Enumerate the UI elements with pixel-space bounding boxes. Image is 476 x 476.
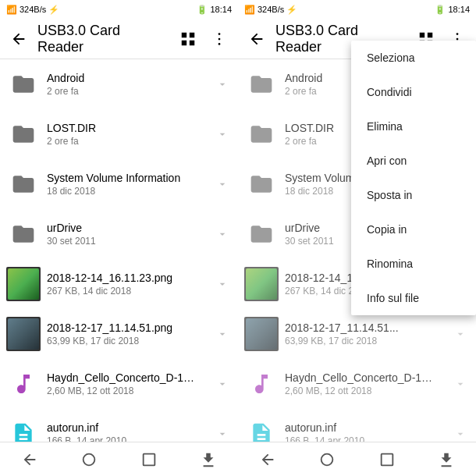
right-file-name-png2: 2018-12-17_11.14.51... bbox=[285, 321, 433, 334]
context-menu-apri-con[interactable]: Apri con bbox=[351, 144, 476, 178]
context-menu-elimina[interactable]: Elimina bbox=[351, 109, 476, 144]
right-file-info-png2: 2018-12-17_11.14.51... 63,99 KB, 17 dic … bbox=[279, 321, 451, 346]
left-file-name-sysvolinfo: System Volume Information bbox=[47, 172, 195, 184]
left-file-meta-sysvolinfo: 18 dic 2018 bbox=[47, 186, 207, 197]
left-home-nav[interactable] bbox=[73, 444, 105, 475]
left-file-meta-png2: 63,99 KB, 17 dic 2018 bbox=[47, 336, 207, 346]
right-file-autorun[interactable]: autorun.inf 166 B, 14 apr 2010 bbox=[238, 409, 476, 442]
context-menu-sposta-in[interactable]: Sposta in bbox=[351, 178, 476, 212]
left-battery-icon: 🔋 bbox=[197, 5, 208, 15]
left-file-android[interactable]: Android 2 ore fa bbox=[0, 59, 238, 109]
right-file-arrow-autorun bbox=[451, 424, 470, 442]
svg-rect-9 bbox=[381, 453, 393, 465]
left-file-name-mp3: Haydn_Cello_Concerto_D-1.mp3 bbox=[47, 371, 195, 384]
left-file-name-urdrive: urDrive bbox=[47, 222, 195, 234]
left-file-arrow-png1 bbox=[213, 275, 232, 293]
folder-icon-lostdir bbox=[6, 117, 41, 151]
right-thumb-icon-png1 bbox=[244, 267, 279, 301]
left-file-info-lostdir: LOST.DIR 2 ore fa bbox=[41, 122, 213, 147]
left-file-png2[interactable]: 2018-12-17_11.14.51.png 63,99 KB, 17 dic… bbox=[0, 309, 238, 359]
right-down-nav[interactable] bbox=[431, 444, 462, 475]
right-file-mp3[interactable]: Haydn_Cello_Concerto_D-1.mp3 2,60 MB, 12… bbox=[238, 359, 476, 409]
left-grid-button[interactable] bbox=[176, 27, 201, 52]
left-toolbar: USB3.0 Card Reader bbox=[0, 19, 238, 59]
right-file-arrow-mp3 bbox=[451, 375, 470, 393]
left-back-button[interactable] bbox=[6, 27, 31, 52]
left-file-arrow-autorun bbox=[213, 424, 232, 442]
left-file-arrow-png2 bbox=[213, 325, 232, 343]
right-back-button[interactable] bbox=[244, 27, 269, 52]
folder-icon-sysvolinfo bbox=[6, 167, 41, 201]
left-file-lostdir[interactable]: LOST.DIR 2 ore fa bbox=[0, 109, 238, 159]
right-folder-icon-sysvolinfo bbox=[244, 167, 279, 201]
left-file-meta-autorun: 166 B, 14 apr 2010 bbox=[47, 435, 207, 442]
left-panel: 📶 324B/s ⚡ 🔋 18:14 USB3.0 Card Reader bbox=[0, 0, 238, 476]
right-file-info-autorun: autorun.inf 166 B, 14 apr 2010 bbox=[279, 421, 451, 442]
inf-icon-autorun bbox=[6, 417, 41, 442]
left-speed: 324B/s bbox=[20, 5, 46, 14]
left-file-meta-lostdir: 2 ore fa bbox=[47, 136, 207, 147]
thumb-icon-png2 bbox=[6, 317, 41, 351]
right-folder-icon-lostdir bbox=[244, 117, 279, 151]
left-file-info-png2: 2018-12-17_11.14.51.png 63,99 KB, 17 dic… bbox=[41, 321, 213, 346]
right-inf-icon-autorun bbox=[244, 417, 279, 442]
context-menu-condividi[interactable]: Condividi bbox=[351, 75, 476, 109]
left-toolbar-title: USB3.0 Card Reader bbox=[37, 23, 169, 55]
left-file-urdrive[interactable]: urDrive 30 set 2011 bbox=[0, 209, 238, 259]
left-file-name-png1: 2018-12-14_16.11.23.png bbox=[47, 272, 195, 284]
left-file-meta-android: 2 ore fa bbox=[47, 86, 207, 97]
left-file-arrow-urdrive bbox=[213, 225, 232, 243]
right-folder-icon-urdrive bbox=[244, 217, 279, 251]
context-menu-rinomina[interactable]: Rinomina bbox=[351, 247, 476, 281]
right-bluetooth-icon: ⚡ bbox=[286, 5, 297, 15]
right-status-bar: 📶 324B/s ⚡ 🔋 18:14 bbox=[238, 0, 476, 19]
left-file-meta-mp3: 2,60 MB, 12 ott 2018 bbox=[47, 385, 207, 396]
left-file-arrow-mp3 bbox=[213, 375, 232, 393]
left-file-autorun[interactable]: autorun.inf 166 B, 14 apr 2010 bbox=[0, 409, 238, 442]
folder-icon-urdrive bbox=[6, 217, 41, 251]
svg-point-1 bbox=[218, 37, 221, 40]
context-menu-info-sul-file[interactable]: Info sul file bbox=[351, 281, 476, 315]
bluetooth-icon: ⚡ bbox=[48, 5, 59, 15]
left-status-right: 🔋 18:14 bbox=[197, 5, 232, 15]
left-file-info-android: Android 2 ore fa bbox=[41, 72, 213, 97]
right-file-name-autorun: autorun.inf bbox=[285, 421, 433, 434]
right-file-meta-autorun: 166 B, 14 apr 2010 bbox=[285, 435, 445, 442]
right-battery-icon: 🔋 bbox=[435, 5, 446, 15]
left-file-png1[interactable]: 2018-12-14_16.11.23.png 267 KB, 14 dic 2… bbox=[0, 259, 238, 309]
left-status-bar: 📶 324B/s ⚡ 🔋 18:14 bbox=[0, 0, 238, 19]
left-file-arrow-sysvolinfo bbox=[213, 175, 232, 194]
left-file-info-autorun: autorun.inf 166 B, 14 apr 2010 bbox=[41, 421, 213, 442]
right-file-info-mp3: Haydn_Cello_Concerto_D-1.mp3 2,60 MB, 12… bbox=[279, 371, 451, 396]
right-file-meta-mp3: 2,60 MB, 12 ott 2018 bbox=[285, 385, 445, 396]
left-back-nav[interactable] bbox=[14, 444, 45, 475]
left-file-meta-urdrive: 30 set 2011 bbox=[47, 236, 207, 247]
left-file-info-mp3: Haydn_Cello_Concerto_D-1.mp3 2,60 MB, 12… bbox=[41, 371, 213, 396]
context-menu-seleziona[interactable]: Seleziona bbox=[351, 41, 476, 75]
left-more-button[interactable] bbox=[207, 27, 232, 52]
left-file-sysvolinfo[interactable]: System Volume Information 18 dic 2018 bbox=[0, 159, 238, 209]
folder-icon-android bbox=[6, 67, 41, 101]
left-file-mp3[interactable]: Haydn_Cello_Concerto_D-1.mp3 2,60 MB, 12… bbox=[0, 359, 238, 409]
svg-rect-4 bbox=[143, 453, 155, 465]
svg-point-0 bbox=[218, 33, 221, 35]
svg-point-8 bbox=[321, 453, 333, 465]
left-recent-nav[interactable] bbox=[133, 444, 165, 475]
left-time: 18:14 bbox=[210, 5, 232, 14]
svg-point-5 bbox=[456, 33, 459, 35]
right-bottom-nav bbox=[238, 442, 476, 476]
right-recent-nav[interactable] bbox=[371, 444, 403, 475]
right-panel: 📶 324B/s ⚡ 🔋 18:14 USB3.0 Card Reader bbox=[238, 0, 476, 476]
right-folder-icon-android bbox=[244, 67, 279, 101]
right-audio-icon-mp3 bbox=[244, 367, 279, 401]
right-speed: 324B/s bbox=[258, 5, 284, 14]
right-home-nav[interactable] bbox=[311, 444, 343, 475]
left-down-nav[interactable] bbox=[193, 444, 224, 475]
right-file-png2[interactable]: 2018-12-17_11.14.51... 63,99 KB, 17 dic … bbox=[238, 309, 476, 359]
right-back-nav[interactable] bbox=[252, 444, 283, 475]
left-file-name-lostdir: LOST.DIR bbox=[47, 122, 195, 134]
context-menu-copia-in[interactable]: Copia in bbox=[351, 212, 476, 247]
left-status-left: 📶 324B/s ⚡ bbox=[6, 5, 59, 15]
thumb-icon-png1 bbox=[6, 267, 41, 301]
right-file-name-mp3: Haydn_Cello_Concerto_D-1.mp3 bbox=[285, 371, 433, 384]
